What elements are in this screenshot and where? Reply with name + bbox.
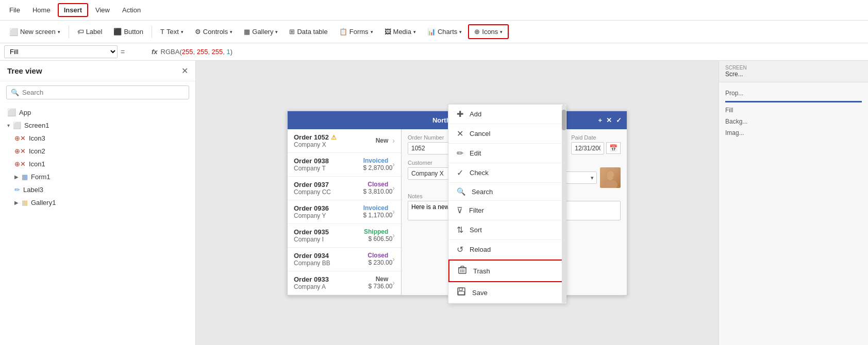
icons-label: Icons [482,28,498,36]
order-row[interactable]: Order 0938 Company T Invoiced $ 2,870.00… [288,153,401,177]
charts-button[interactable]: 📊 Charts ▾ [422,25,467,38]
order-company: Company BB [294,260,368,267]
order-status: Closed [368,252,388,259]
forms-label: Forms [349,28,369,36]
order-info: Order 0937 Company CC [294,181,363,196]
icon3-icon: ⊕✕ [14,134,26,142]
tree-search-input[interactable] [22,89,185,96]
label-icon: 🏷 [77,28,84,36]
tree-item-form1[interactable]: ▶ ▦ Form1 [0,170,195,183]
dropdown-item-filter[interactable]: ⊽ Filter [448,201,566,220]
tree-item-icon3[interactable]: ⊕✕ Icon3 [0,132,195,145]
tree-item-icon1[interactable]: ⊕✕ Icon1 [0,158,195,170]
dropdown-item-check[interactable]: ✓ Check [448,163,566,183]
tree-item-app[interactable]: ⬜ App [0,106,195,119]
add-icon[interactable]: + [598,116,602,124]
prop-item-image: Imag... [725,127,862,139]
screen-selector-label: SCREEN [725,65,862,71]
text-icon: T [160,28,164,36]
tree-title: Tree view [7,66,42,75]
close-icon[interactable]: ✕ [606,116,612,124]
menu-action[interactable]: Action [117,4,146,16]
order-row[interactable]: Order 0935 Company I Shipped $ 606.50 › [288,224,401,248]
order-row[interactable]: Order 0934 Company BB Closed $ 230.00 › [288,248,401,271]
paid-date-input[interactable] [571,142,604,154]
app-icon: ⬜ [7,108,16,116]
dropdown-item-edit[interactable]: ✏ Edit [448,144,566,163]
chevron-icon: › [392,255,395,263]
newscreen-button[interactable]: ⬜ New screen ▾ [4,25,65,39]
form-icon: ▦ [22,173,28,181]
dropdown-item-cancel[interactable]: ✕ Cancel [448,124,566,144]
newscreen-label: New screen [20,28,56,36]
menu-view[interactable]: View [90,4,115,16]
order-info: Order 0938 Company T [294,157,363,172]
formula-display[interactable]: RGBA(255, 255, 255, 1) [161,48,233,56]
property-selector[interactable]: Fill [4,45,118,58]
order-company: Company T [294,165,363,172]
order-list: Order 1052 ⚠ Company X New › [288,129,401,295]
svg-point-2 [607,171,614,178]
media-chevron: ▾ [413,29,416,34]
canvas-area: Northwind Orders + ✕ ✓ Order 1052 [196,61,719,345]
chevron-icon: › [392,279,395,287]
media-button[interactable]: 🖼 Media ▾ [379,25,421,38]
order-info: Order 0934 Company BB [294,252,368,267]
icon1-icon: ⊕✕ [14,160,26,168]
order-row[interactable]: Order 0937 Company CC Closed $ 3,810.00 … [288,177,401,200]
expand-icon: ▶ [14,174,19,180]
order-row[interactable]: Order 0936 Company Y Invoiced $ 1,170.00… [288,200,401,224]
tree-item-screen1[interactable]: ▾ ⬜ Screen1 [0,119,195,132]
order-amount: $ 230.00 [368,259,392,266]
charts-label: Charts [438,28,457,36]
toolbar: ⬜ New screen ▾ 🏷 Label ⬛ Button T Text ▾… [0,21,868,43]
menu-home[interactable]: Home [27,4,56,16]
tree-item-label3[interactable]: ✏ Label3 [0,183,195,196]
tree-close-button[interactable]: ✕ [181,66,188,76]
text-label: Text [166,28,179,36]
media-icon: 🖼 [385,28,391,36]
label-button[interactable]: 🏷 Label [72,25,108,38]
calendar-icon[interactable]: 📅 [606,142,621,154]
tree-item-icon2[interactable]: ⊕✕ Icon2 [0,145,195,158]
dropdown-item-sort[interactable]: ⇅ Sort [448,220,566,240]
prop-underline [725,101,862,102]
svg-rect-11 [458,291,464,295]
charts-icon: 📊 [427,28,436,36]
newscreen-chevron: ▾ [58,29,60,34]
tree-item-gallery1[interactable]: ▶ ▦ Gallery1 [0,196,195,209]
forms-button[interactable]: 📋 Forms ▾ [334,25,378,38]
order-row[interactable]: Order 0933 Company A New $ 736.00 › [288,271,401,295]
dropdown-item-reload[interactable]: ↺ Reload [448,240,566,260]
dropdown-item-add[interactable]: ✚ Add [448,105,566,124]
datatable-button[interactable]: ⊞ Data table [284,25,332,38]
order-row[interactable]: Order 1052 ⚠ Company X New › [288,129,401,153]
save-icon-svg [457,287,466,296]
text-chevron: ▾ [181,29,183,34]
order-company: Company I [294,236,364,243]
dropdown-item-trash[interactable]: Trash [448,260,566,282]
expand-icon: ▶ [14,200,19,205]
filter-symbol: ⊽ [457,205,463,215]
scrollbar-thumb[interactable] [562,110,566,130]
scrollbar[interactable] [562,105,566,303]
newscreen-icon: ⬜ [9,28,18,36]
icons-button[interactable]: ⊕ Icons ▾ [468,24,509,39]
button-button[interactable]: ⬛ Button [108,25,148,38]
gallery-button[interactable]: ▦ Gallery ▾ [239,25,283,38]
dropdown-item-save[interactable]: Save [448,282,566,303]
prop-label: Prop... [725,90,743,97]
controls-label: Controls [203,28,228,36]
chevron-icon: › [392,208,395,216]
order-amount: $ 736.00 [369,283,393,290]
check-icon[interactable]: ✓ [616,116,622,124]
controls-button[interactable]: ⚙ Controls ▾ [190,25,238,38]
order-id: Order 0934 [294,252,368,260]
text-button[interactable]: T Text ▾ [155,25,189,38]
dropdown-item-search[interactable]: 🔍 Search [448,183,566,201]
tree-items-list: ⬜ App ▾ ⬜ Screen1 ⊕✕ Icon3 ⊕✕ Icon2 ⊕✕ [0,104,195,345]
forms-chevron: ▾ [371,29,373,34]
screen-selector-value: Scre... [725,71,862,78]
menu-insert[interactable]: Insert [58,3,88,17]
menu-file[interactable]: File [4,4,25,16]
